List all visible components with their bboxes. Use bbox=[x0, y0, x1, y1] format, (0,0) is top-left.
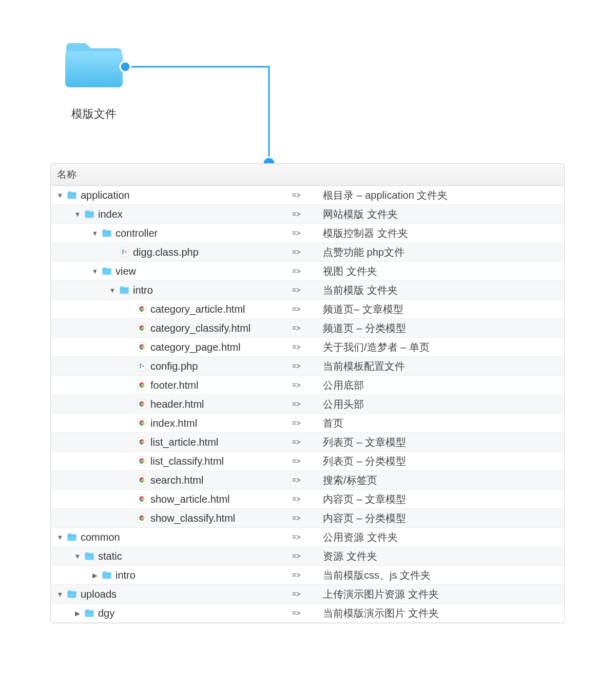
folder-icon bbox=[84, 550, 95, 562]
table-row[interactable]: ▼ view => 视图 文件夹 bbox=[51, 262, 564, 281]
svg-rect-8 bbox=[102, 231, 111, 233]
table-body: ▼ application => 根目录 – application 文件夹 ▼… bbox=[51, 186, 564, 623]
table-row[interactable]: ▼ index => 网站模版 文件夹 bbox=[51, 205, 564, 224]
table-row[interactable]: ▶ intro => 当前模版css、js 文件夹 bbox=[51, 566, 564, 585]
folder-icon bbox=[119, 284, 130, 296]
chrome-icon bbox=[136, 455, 147, 467]
table-row[interactable]: ▶ header.html => 公用头部 bbox=[51, 395, 564, 414]
item-description: 上传演示图片资源 文件夹 bbox=[323, 587, 564, 601]
disclosure-triangle-icon[interactable]: ▼ bbox=[56, 192, 64, 199]
chrome-icon bbox=[136, 493, 147, 505]
folder-icon bbox=[84, 208, 95, 220]
item-description: 内容页 – 文章模型 bbox=[323, 492, 564, 506]
svg-point-42 bbox=[141, 442, 143, 443]
item-description: 根目录 – application 文件夹 bbox=[323, 188, 564, 202]
arrow-label: => bbox=[292, 514, 323, 522]
svg-rect-62 bbox=[85, 554, 93, 556]
table-row[interactable]: ▶ show_article.html => 内容页 – 文章模型 bbox=[51, 490, 564, 509]
item-description: 当前模版演示图片 文件夹 bbox=[323, 606, 564, 620]
table-row[interactable]: ▼ common => 公用资源 文件夹 bbox=[51, 528, 564, 547]
table-row[interactable]: ▶ search.html => 搜索/标签页 bbox=[51, 471, 564, 490]
arrow-label: => bbox=[292, 286, 323, 294]
item-name: index bbox=[98, 208, 123, 220]
item-name: application bbox=[81, 189, 130, 201]
chrome-icon bbox=[136, 341, 147, 353]
item-name: config.php bbox=[150, 360, 198, 372]
table-row[interactable]: ▶ show_classify.html => 内容页 – 分类模型 bbox=[51, 509, 564, 528]
table-row[interactable]: ▶ footer.html => 公用底部 bbox=[51, 376, 564, 395]
arrow-label: => bbox=[292, 210, 323, 218]
folder-icon bbox=[66, 189, 78, 201]
php-file-icon bbox=[119, 246, 130, 258]
item-description: 关于我们/造梦者 – 单页 bbox=[323, 340, 564, 354]
arrow-label: => bbox=[292, 419, 323, 427]
item-name: search.html bbox=[150, 474, 203, 486]
item-name: controller bbox=[116, 227, 158, 239]
svg-rect-0 bbox=[65, 51, 123, 87]
table-row[interactable]: ▼ intro => 当前模版 文件夹 bbox=[51, 281, 564, 300]
disclosure-triangle-icon[interactable]: ▼ bbox=[73, 552, 82, 560]
chrome-icon bbox=[136, 512, 147, 524]
folder-icon bbox=[66, 531, 78, 543]
item-name: static bbox=[98, 550, 122, 562]
item-description: 内容页 – 分类模型 bbox=[323, 511, 564, 525]
chrome-icon bbox=[136, 474, 147, 486]
disclosure-triangle-icon[interactable]: ▶ bbox=[91, 571, 99, 579]
arrow-label: => bbox=[292, 362, 323, 370]
svg-rect-13 bbox=[120, 288, 128, 290]
item-description: 搜索/标签页 bbox=[323, 473, 564, 487]
table-row[interactable]: ▼ static => 资源 文件夹 bbox=[51, 547, 564, 566]
arrow-label: => bbox=[292, 324, 323, 332]
svg-point-34 bbox=[141, 404, 143, 405]
arrow-label: => bbox=[292, 495, 323, 503]
item-name: common bbox=[81, 531, 120, 543]
item-description: 网站模版 文件夹 bbox=[323, 207, 564, 221]
table-row[interactable]: ▶ category_page.html => 关于我们/造梦者 – 单页 bbox=[51, 338, 564, 357]
disclosure-triangle-icon[interactable]: ▼ bbox=[91, 268, 99, 275]
table-row[interactable]: ▶ list_classify.html => 列表页 – 分类模型 bbox=[51, 452, 564, 471]
item-description: 公用头部 bbox=[323, 397, 564, 411]
table-row[interactable]: ▼ uploads => 上传演示图片资源 文件夹 bbox=[51, 585, 564, 604]
svg-point-50 bbox=[141, 480, 143, 481]
folder-icon bbox=[66, 588, 78, 600]
item-description: 点赞功能 php文件 bbox=[323, 245, 564, 259]
table-row[interactable]: ▶ category_article.html => 频道页– 文章模型 bbox=[51, 300, 564, 319]
disclosure-triangle-icon[interactable]: ▼ bbox=[108, 287, 117, 294]
disclosure-triangle-icon[interactable]: ▼ bbox=[73, 211, 82, 218]
arrow-label: => bbox=[292, 305, 323, 313]
table-row[interactable]: ▼ application => 根目录 – application 文件夹 bbox=[51, 186, 564, 205]
arrow-label: => bbox=[292, 438, 323, 446]
item-name: show_article.html bbox=[150, 493, 230, 505]
folder-icon bbox=[101, 227, 112, 239]
item-description: 模版控制器 文件夹 bbox=[323, 226, 564, 240]
svg-rect-64 bbox=[102, 573, 111, 575]
svg-rect-4 bbox=[67, 193, 76, 195]
disclosure-triangle-icon[interactable]: ▼ bbox=[56, 590, 64, 598]
php-file-icon bbox=[136, 360, 147, 372]
table-row[interactable]: ▼ controller => 模版控制器 文件夹 bbox=[51, 224, 564, 243]
panel-header: 名称 bbox=[51, 164, 564, 186]
chrome-icon bbox=[136, 303, 147, 315]
table-row[interactable]: ▶ list_article.html => 列表页 – 文章模型 bbox=[51, 433, 564, 452]
svg-rect-26 bbox=[138, 361, 146, 371]
svg-point-58 bbox=[141, 518, 143, 519]
disclosure-triangle-icon[interactable]: ▼ bbox=[56, 533, 64, 541]
svg-rect-68 bbox=[85, 611, 93, 613]
arrow-label: => bbox=[292, 533, 323, 541]
svg-rect-11 bbox=[102, 269, 111, 271]
table-row[interactable]: ▶ config.php => 当前模板配置文件 bbox=[51, 357, 564, 376]
svg-point-21 bbox=[141, 328, 143, 329]
item-name: view bbox=[116, 265, 136, 277]
arrow-label: => bbox=[292, 571, 323, 579]
disclosure-triangle-icon[interactable]: ▶ bbox=[73, 609, 82, 617]
table-row[interactable]: ▶ dgy => 当前模版演示图片 文件夹 bbox=[51, 604, 564, 623]
table-row[interactable]: ▶ category_classify.html => 频道页 – 分类模型 bbox=[51, 319, 564, 338]
item-description: 资源 文件夹 bbox=[323, 549, 564, 563]
item-description: 频道页 – 分类模型 bbox=[323, 321, 564, 335]
root-folder-label: 模版文件 bbox=[61, 106, 127, 122]
table-row[interactable]: ▶ digg.class.php => 点赞功能 php文件 bbox=[51, 243, 564, 262]
root-folder: 模版文件 bbox=[61, 40, 127, 122]
disclosure-triangle-icon[interactable]: ▼ bbox=[91, 230, 99, 237]
table-row[interactable]: ▶ index.html => 首页 bbox=[51, 414, 564, 433]
item-name: index.html bbox=[150, 417, 197, 429]
